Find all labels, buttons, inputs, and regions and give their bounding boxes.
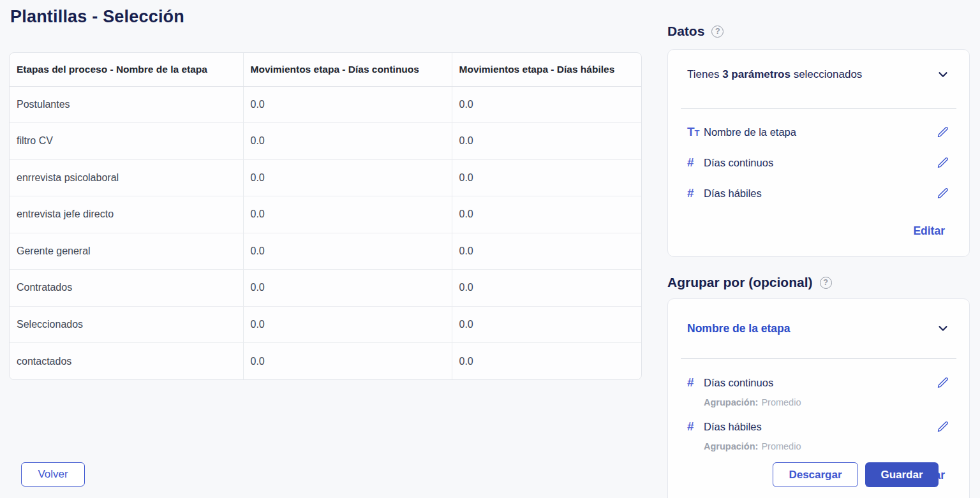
table-row: Seleccionados 0.0 0.0 [10,306,642,343]
cell-etapa: enrrevista psicolaboral [10,159,243,196]
cell-etapa: contactados [10,343,243,380]
cell-dias-continuos: 0.0 [243,233,452,270]
agrupacion-value: Promedio [761,441,801,451]
chevron-down-icon[interactable] [936,321,950,335]
column-header-dias-continuos: Movimientos etapa - Días continuos [243,53,452,86]
group-parameter-row-dias-continuos: # Días continuos [687,373,950,392]
hash-icon: # [687,420,704,434]
edit-pencil-icon[interactable] [936,186,950,200]
stages-table: Etapas del proceso - Nombre de la etapa … [10,53,642,379]
table-row: enrrevista psicolaboral 0.0 0.0 [10,159,642,196]
divider [681,108,956,109]
table-row: Contratados 0.0 0.0 [10,270,642,307]
datos-editar-row: Editar [687,224,950,240]
hash-icon: # [687,376,704,390]
table-row: contactados 0.0 0.0 [10,343,642,380]
table-row: entrevista jefe directo 0.0 0.0 [10,196,642,233]
descargar-button[interactable]: Descargar [773,462,858,487]
parameters-summary-dropdown[interactable]: Tienes 3 parámetros seleccionados [687,67,950,82]
table-row: filtro CV 0.0 0.0 [10,123,642,160]
plantillas-seleccion-page: Plantillas - Selección Etapas del proces… [0,0,980,498]
table-header-row: Etapas del proceso - Nombre de la etapa … [10,53,642,86]
agrupar-heading-label: Agrupar por (opcional) [667,275,813,290]
cell-dias-continuos: 0.0 [243,196,452,233]
parameter-label: Días hábiles [704,421,936,433]
cell-etapa: entrevista jefe directo [10,196,243,233]
column-header-etapa: Etapas del proceso - Nombre de la etapa [10,53,243,86]
page-title: Plantillas - Selección [10,7,184,27]
help-icon[interactable]: ? [820,277,832,289]
hash-icon: # [687,156,704,170]
text-type-icon: TT [687,125,704,139]
agrupacion-label: Agrupación: [704,397,758,407]
chevron-down-icon[interactable] [936,68,950,82]
table-row: Postulantes 0.0 0.0 [10,86,642,123]
cell-etapa: filtro CV [10,123,243,160]
divider [681,358,956,359]
volver-button[interactable]: Volver [21,462,85,487]
cell-dias-habiles: 0.0 [452,123,642,160]
cell-dias-habiles: 0.0 [452,233,642,270]
group-by-selected-value: Nombre de la etapa [687,322,790,335]
edit-pencil-icon[interactable] [936,376,950,390]
parameter-label: Días continuos [704,157,936,169]
actions-bar: Descargar Guardar [773,462,939,487]
group-by-dropdown[interactable]: Nombre de la etapa [687,319,950,338]
cell-dias-continuos: 0.0 [243,343,452,380]
editar-link[interactable]: Editar [913,224,945,237]
group-parameter-row-dias-habiles: # Días hábiles [687,417,950,436]
cell-dias-habiles: 0.0 [452,86,642,123]
hash-icon: # [687,186,704,200]
agrupacion-label: Agrupación: [704,441,758,451]
cell-dias-continuos: 0.0 [243,86,452,123]
parameter-row-nombre-etapa: TT Nombre de la etapa [687,122,950,142]
edit-pencil-icon[interactable] [936,156,950,170]
cell-dias-habiles: 0.0 [452,196,642,233]
column-header-dias-habiles: Movimientos etapa - Días hábiles [452,53,642,86]
cell-etapa: Seleccionados [10,306,243,343]
cell-etapa: Postulantes [10,86,243,123]
cell-dias-continuos: 0.0 [243,123,452,160]
guardar-button[interactable]: Guardar [865,462,939,487]
agrupacion-info: Agrupación: Promedio [687,440,950,453]
edit-pencil-icon[interactable] [936,125,950,139]
datos-card: Tienes 3 parámetros seleccionados TT Nom… [667,49,970,257]
cell-dias-habiles: 0.0 [452,159,642,196]
cell-etapa: Gerente general [10,233,243,270]
table-row: Gerente general 0.0 0.0 [10,233,642,270]
cell-dias-continuos: 0.0 [243,270,452,307]
cell-dias-habiles: 0.0 [452,343,642,380]
parameter-row-dias-continuos: # Días continuos [687,153,950,172]
edit-pencil-icon[interactable] [936,420,950,434]
cell-dias-continuos: 0.0 [243,159,452,196]
agrupacion-value: Promedio [761,397,801,407]
parameter-label: Días continuos [704,377,936,389]
parameter-row-dias-habiles: # Días hábiles [687,184,950,203]
agrupar-section-heading: Agrupar por (opcional) ? [667,275,832,290]
cell-dias-habiles: 0.0 [452,306,642,343]
stages-table-card: Etapas del proceso - Nombre de la etapa … [9,52,642,380]
cell-etapa: Contratados [10,270,243,307]
cell-dias-habiles: 0.0 [452,270,642,307]
help-icon[interactable]: ? [711,26,724,38]
parameter-label: Nombre de la etapa [704,126,936,138]
datos-heading-label: Datos [667,24,704,39]
datos-section-heading: Datos ? [667,24,724,39]
parameters-summary-text: Tienes 3 parámetros seleccionados [687,68,862,81]
agrupacion-info: Agrupación: Promedio [687,396,950,409]
cell-dias-continuos: 0.0 [243,306,452,343]
parameter-label: Días hábiles [704,187,936,200]
